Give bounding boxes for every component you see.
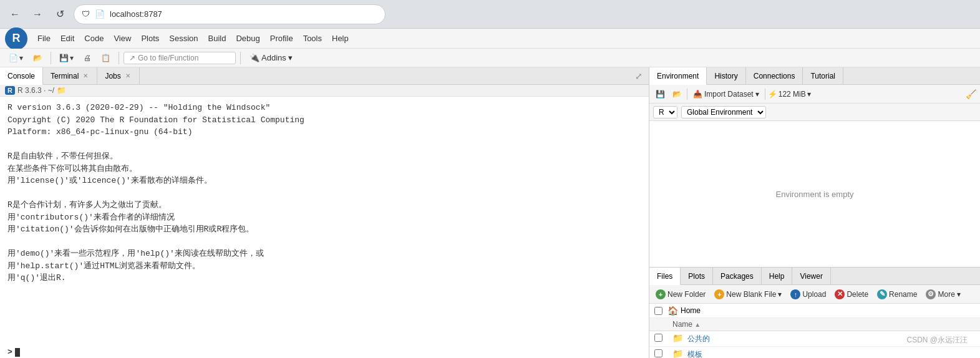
terminal-close-btn[interactable]: ✕ [82, 72, 89, 79]
save-dropdown: ▾ [70, 54, 74, 62]
menu-file[interactable]: File [32, 31, 56, 46]
tab-tutorial[interactable]: Tutorial [803, 67, 843, 84]
maximize-console-btn[interactable]: ⤢ [633, 70, 645, 82]
tab-jobs[interactable]: Jobs ✕ [97, 67, 139, 84]
tab-connections[interactable]: Connections [746, 67, 803, 84]
file-link-1[interactable]: 公共的 [687, 334, 710, 343]
import-dataset-btn[interactable]: 📥 Import Dataset ▾ [690, 89, 762, 100]
new-blank-file-btn[interactable]: + New Blank File ▾ [712, 288, 784, 301]
menu-help[interactable]: Help [327, 31, 354, 46]
open-file-btn[interactable]: 📂 [29, 52, 46, 64]
print-btn[interactable]: 🖨 [80, 52, 95, 64]
file-link-2[interactable]: 模板 [687, 350, 702, 358]
refresh-button[interactable]: ↺ [51, 6, 69, 23]
files-toolbar: + New Folder + New Blank File ▾ ↑ Upload… [649, 285, 980, 304]
new-folder-label: New Folder [667, 290, 706, 299]
console-area[interactable]: R version 3.6.3 (2020-02-29) -- "Holding… [0, 97, 649, 358]
tab-panel-actions: ⤢ [633, 67, 649, 84]
tab-viewer[interactable]: Viewer [792, 268, 830, 284]
menu-session[interactable]: Session [164, 31, 203, 46]
import-dataset-icon: 📥 [693, 90, 702, 99]
env-toolbar-sep [687, 89, 687, 100]
save-btn[interactable]: 💾 ▾ [56, 52, 77, 64]
env-toolbar: 💾 📂 📥 Import Dataset ▾ ⚡ 122 MiB ▾ [649, 85, 980, 104]
memory-dropdown-icon: ▾ [807, 90, 811, 99]
tab-help[interactable]: Help [762, 268, 793, 284]
jobs-tab-label: Jobs [105, 72, 120, 80]
menu-plots[interactable]: Plots [136, 31, 164, 46]
table-row-2: 📁 模板 [649, 347, 980, 359]
env-open-btn[interactable]: 📂 [670, 89, 684, 99]
checkbox-1[interactable] [654, 334, 662, 342]
row-checkbox-1[interactable] [649, 331, 667, 347]
broom-btn[interactable]: 🧹 [966, 89, 976, 99]
upload-label: Upload [802, 290, 826, 299]
files-path-bar: 🏠 Home [649, 304, 980, 318]
tutorial-tab-label: Tutorial [810, 72, 835, 80]
go-to-file-placeholder: Go to file/Function [138, 54, 198, 62]
menu-debug[interactable]: Debug [231, 31, 264, 46]
tab-files[interactable]: Files [649, 268, 681, 285]
console-line-4: R是自由软件，不带任何担保。 [7, 150, 641, 163]
files-table-header: Name ▲ [649, 318, 980, 331]
menu-code[interactable]: Code [79, 31, 109, 46]
console-line-5: 在某些条件下你可以将其自由散布。 [7, 163, 641, 175]
addins-btn[interactable]: 🔌 Addins ▾ [245, 51, 297, 64]
new-file-dropdown: ▾ [19, 54, 23, 62]
global-env-select[interactable]: Global Environment [681, 106, 766, 119]
history-tab-label: History [714, 72, 737, 80]
menu-edit[interactable]: Edit [56, 31, 79, 46]
files-header-name[interactable]: Name ▲ [667, 318, 980, 331]
tab-plots[interactable]: Plots [681, 268, 713, 284]
help-tab-label: Help [769, 272, 785, 281]
tab-packages[interactable]: Packages [713, 268, 762, 284]
tab-environment[interactable]: Environment [649, 67, 707, 85]
print2-btn[interactable]: 📋 [97, 52, 114, 64]
tab-history[interactable]: History [707, 67, 745, 84]
menu-view[interactable]: View [109, 31, 136, 46]
menu-profile[interactable]: Profile [265, 31, 298, 46]
console-line-12: 用'q()'退出R. [7, 272, 641, 284]
new-file-btn[interactable]: 📄 ▾ [5, 52, 27, 64]
go-to-file[interactable]: ↗ Go to file/Function [124, 52, 236, 64]
env-tab-bar: Environment History Connections Tutorial [649, 67, 980, 85]
jobs-close-btn[interactable]: ✕ [124, 72, 132, 79]
rstudio-app: R File Edit Code View Plots Session Buil… [0, 29, 980, 358]
folder-link-icon: 📁 [57, 86, 66, 95]
select-all-checkbox[interactable] [654, 307, 662, 315]
connections-tab-label: Connections [754, 72, 795, 80]
delete-btn[interactable]: ✕ Delete [832, 288, 871, 301]
menu-tools[interactable]: Tools [298, 31, 327, 46]
memory-badge[interactable]: ⚡ 122 MiB ▾ [768, 90, 811, 99]
more-label: More [938, 290, 954, 299]
new-folder-btn[interactable]: + New Folder [653, 288, 708, 301]
console-line-6: 用'license()'或'licence()'来看散布的详细条件。 [7, 175, 641, 187]
browser-chrome: ← → ↺ 🛡 📄 localhost:8787 [0, 0, 980, 29]
env-save-btn[interactable]: 💾 [653, 89, 667, 99]
address-bar[interactable]: 🛡 📄 localhost:8787 [74, 4, 386, 24]
file-cell-2: 📁 模板 [667, 347, 980, 359]
upload-btn[interactable]: ↑ Upload [788, 288, 828, 301]
memory-icon: ⚡ [768, 90, 777, 99]
r-version-select[interactable]: R [653, 106, 677, 119]
right-panel: Environment History Connections Tutorial… [649, 67, 980, 358]
console-line-7: R是个合作计划，有许多人为之做出了贡献。 [7, 199, 641, 211]
cursor [15, 348, 20, 357]
env-toolbar-sep2 [765, 89, 765, 100]
back-button[interactable]: ← [6, 6, 24, 23]
row-checkbox-2[interactable] [649, 347, 667, 359]
more-btn[interactable]: ⚙ More ▾ [923, 288, 963, 301]
menu-build[interactable]: Build [203, 31, 231, 46]
console-line-10: 用'demo()'来看一些示范程序，用'help()'来阅读在线帮助文件，或 [7, 248, 641, 260]
checkbox-2[interactable] [654, 349, 662, 357]
prompt-line[interactable]: > [0, 346, 649, 358]
home-icon: 🏠 [667, 306, 678, 316]
packages-tab-label: Packages [720, 272, 754, 281]
tab-terminal[interactable]: Terminal ✕ [43, 67, 97, 84]
forward-button[interactable]: → [29, 6, 46, 23]
rename-btn[interactable]: ✎ Rename [875, 288, 919, 301]
tab-console[interactable]: Console [0, 67, 43, 85]
delete-label: Delete [847, 290, 868, 299]
new-blank-file-label: New Blank File [726, 290, 776, 299]
name-sort-arrow: ▲ [694, 321, 701, 328]
